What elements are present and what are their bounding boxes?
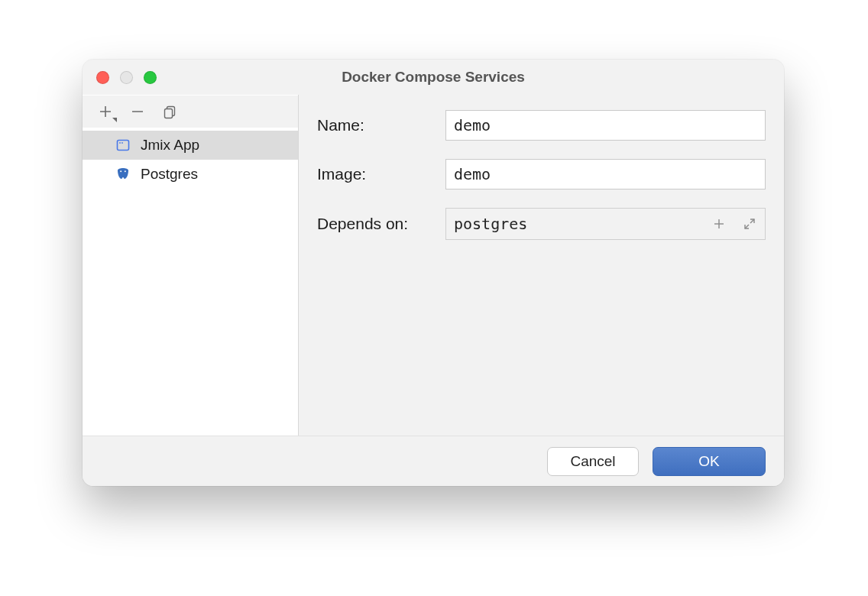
add-dependency-button[interactable] (704, 209, 734, 239)
postgres-icon (115, 166, 131, 183)
svg-point-9 (125, 170, 126, 172)
remove-service-button[interactable] (128, 102, 147, 121)
svg-point-7 (121, 142, 123, 144)
service-item-jmix-app[interactable]: Jmix App (83, 131, 298, 160)
expand-dependency-button[interactable] (734, 209, 765, 239)
depends-on-field[interactable]: postgres (445, 208, 766, 240)
copy-service-button[interactable] (160, 102, 179, 121)
depends-on-label: Depends on: (317, 215, 445, 233)
name-label: Name: (317, 116, 445, 134)
depends-on-value: postgres (446, 215, 704, 233)
dialog-title: Docker Compose Services (342, 69, 525, 86)
form-row-image: Image: (317, 159, 766, 189)
dialog-footer: Cancel OK (83, 436, 784, 486)
service-item-label: Postgres (141, 166, 198, 183)
svg-rect-4 (165, 109, 173, 118)
svg-rect-5 (118, 141, 129, 151)
ok-button[interactable]: OK (653, 447, 766, 476)
name-input[interactable] (445, 110, 766, 141)
service-item-postgres[interactable]: Postgres (83, 160, 298, 189)
sidebar-toolbar (83, 96, 298, 128)
window-controls (96, 60, 157, 95)
dialog-body: Jmix App Postgres (83, 95, 784, 436)
service-item-label: Jmix App (141, 137, 199, 154)
dialog-docker-compose-services: Docker Compose Services (83, 60, 784, 486)
service-form: Name: Image: Depends on: postgres (298, 95, 784, 436)
svg-line-13 (745, 225, 749, 228)
form-row-name: Name: (317, 110, 766, 141)
services-tree: Jmix App Postgres (83, 128, 298, 436)
close-window-button[interactable] (96, 71, 109, 84)
svg-point-8 (120, 170, 121, 172)
services-sidebar: Jmix App Postgres (83, 95, 298, 436)
form-row-depends-on: Depends on: postgres (317, 208, 766, 240)
image-input[interactable] (445, 159, 766, 189)
cancel-button[interactable]: Cancel (547, 447, 639, 476)
svg-point-6 (119, 142, 121, 144)
svg-line-12 (750, 219, 754, 223)
add-service-button[interactable] (96, 102, 115, 121)
zoom-window-button[interactable] (144, 71, 157, 84)
image-label: Image: (317, 165, 445, 183)
titlebar: Docker Compose Services (83, 60, 784, 95)
minimize-window-button[interactable] (120, 71, 133, 84)
app-window-icon (115, 137, 131, 154)
